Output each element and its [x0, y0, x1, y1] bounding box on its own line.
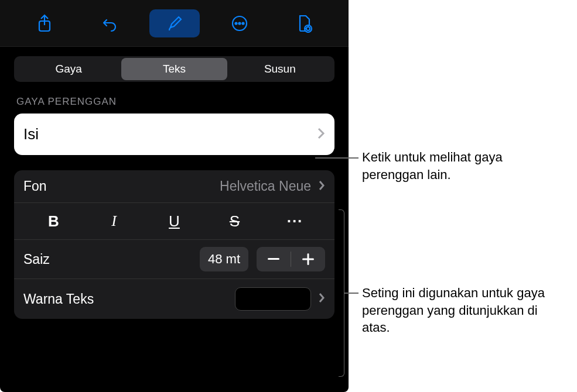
format-button[interactable]	[149, 9, 200, 37]
undo-button[interactable]	[84, 9, 135, 37]
undo-icon	[101, 15, 118, 32]
underline-button[interactable]: U	[144, 209, 204, 233]
chevron-right-icon	[318, 180, 325, 194]
strikethrough-button[interactable]: S	[204, 209, 265, 233]
format-panel: Gaya Teks Susun GAYA PERENGGAN Isi Fon H…	[0, 0, 349, 392]
svg-rect-7	[268, 258, 279, 260]
tab-text[interactable]: Teks	[121, 58, 227, 80]
bold-button[interactable]: B	[23, 209, 84, 233]
chevron-right-icon	[318, 292, 325, 306]
share-icon	[37, 14, 52, 33]
callout-bracket	[339, 209, 344, 377]
size-decrement-button[interactable]	[257, 247, 291, 271]
more-button[interactable]	[214, 9, 265, 37]
paragraph-style-selector[interactable]: Isi	[14, 114, 334, 155]
tab-arrange[interactable]: Susun	[227, 58, 333, 80]
document-options-icon	[296, 14, 313, 33]
settings-annotation: Seting ini digunakan untuk gaya perengga…	[362, 284, 561, 336]
tab-style[interactable]: Gaya	[16, 58, 121, 80]
size-value[interactable]: 48 mt	[200, 247, 248, 271]
format-buttons-row: B I U S ···	[14, 203, 334, 240]
tab-bar: Gaya Teks Susun	[14, 56, 334, 82]
italic-button[interactable]: I	[84, 209, 144, 233]
format-brush-icon	[166, 15, 183, 32]
callout-line	[315, 157, 359, 159]
minus-icon	[268, 258, 279, 260]
size-increment-button[interactable]	[291, 247, 325, 271]
text-color-row[interactable]: Warna Teks	[14, 279, 334, 319]
font-label: Fon	[23, 178, 47, 194]
svg-point-4	[242, 22, 244, 24]
share-button[interactable]	[19, 9, 70, 37]
svg-point-2	[235, 22, 237, 24]
more-icon	[231, 15, 248, 32]
paragraph-style-section-label: GAYA PERENGGAN	[14, 96, 334, 108]
text-settings-group: Fon Helvetica Neue B I U S ··· Saiz 48 m…	[14, 170, 334, 319]
font-value: Helvetica Neue	[220, 178, 311, 194]
size-row: Saiz 48 mt	[14, 240, 334, 279]
size-stepper	[257, 247, 325, 271]
svg-rect-9	[308, 253, 309, 265]
chevron-right-icon	[317, 127, 325, 142]
text-color-swatch[interactable]	[235, 287, 311, 311]
text-color-label: Warna Teks	[23, 291, 94, 307]
paragraph-style-annotation: Ketik untuk melihat gaya perenggan lain.	[362, 149, 514, 183]
callout-line	[344, 293, 359, 294]
document-options-button[interactable]	[279, 9, 330, 37]
size-label: Saiz	[23, 252, 200, 267]
font-row[interactable]: Fon Helvetica Neue	[14, 170, 334, 203]
paragraph-style-value: Isi	[23, 125, 39, 143]
plus-icon	[302, 253, 314, 265]
panel-content: Gaya Teks Susun GAYA PERENGGAN Isi Fon H…	[0, 47, 349, 328]
toolbar	[0, 0, 349, 47]
more-format-button[interactable]: ···	[265, 209, 325, 233]
svg-point-3	[238, 22, 240, 24]
